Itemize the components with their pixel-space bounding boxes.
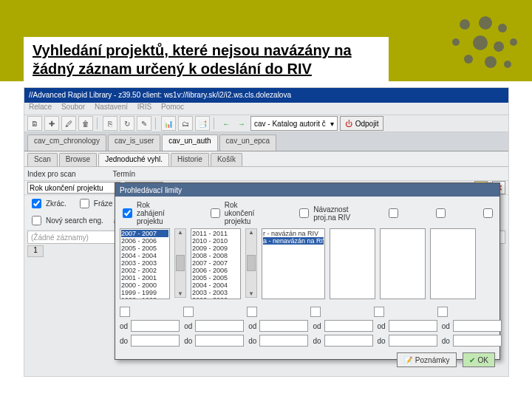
main-tabs: cav_cm_chronology cav_is_user cav_un_aut… xyxy=(24,132,508,151)
from-input-5[interactable] xyxy=(389,320,437,332)
to-label-6: do xyxy=(442,337,450,345)
to-label-4: do xyxy=(313,337,321,345)
inner-tabs: Scan Browse Jednoduché vyhl. Historie Ko… xyxy=(24,151,508,167)
app-window: //Advanced Rapid Library - z39.50 client… xyxy=(24,87,509,377)
decorative-dots xyxy=(452,16,519,75)
from-label-6: od xyxy=(442,322,450,330)
slide-title: Vyhledání projektů, které nejsou navázán… xyxy=(33,41,380,78)
notes-button[interactable]: 📝Poznámky xyxy=(397,352,457,367)
filter-start-year[interactable]: Rok zahájení projektu xyxy=(120,201,175,225)
cb-e3[interactable] xyxy=(247,307,257,317)
toolbar-icon-4[interactable]: 🗑 xyxy=(78,116,93,131)
scan-header-row: Index pro scan Termín xyxy=(24,167,508,181)
tab-simple-search[interactable]: Jednoduché vyhl. xyxy=(98,153,169,166)
to-input-6[interactable] xyxy=(453,335,502,347)
filter-lists: 2007 - 20072006 - 20062005 - 20052004 - … xyxy=(120,228,495,299)
tab-unepca[interactable]: cav_un_epca xyxy=(219,134,277,151)
range-from-row: od od od od od od xyxy=(120,320,495,332)
toolbar-icon-2[interactable]: ✚ xyxy=(44,116,59,131)
to-input-2[interactable] xyxy=(195,335,244,347)
list-start-year[interactable]: 2007 - 20072006 - 20062005 - 20052004 - … xyxy=(120,228,170,299)
scrollbar-2[interactable]: ▲▼ xyxy=(245,228,257,298)
toolbar-icon-10[interactable]: 📑 xyxy=(195,116,210,131)
filter-checkboxes: Rok zahájení projektu Rok ukončení proje… xyxy=(120,201,495,225)
to-label-5: do xyxy=(378,337,386,345)
list-empty-5[interactable] xyxy=(380,228,426,299)
list-empty-4[interactable] xyxy=(330,228,375,299)
from-label-4: od xyxy=(313,322,321,330)
from-input-4[interactable] xyxy=(324,320,373,332)
menu-nastaveni[interactable]: Nastavení xyxy=(95,103,128,111)
from-input-3[interactable] xyxy=(259,320,308,332)
filter-riv-link[interactable]: Návaznost proj.na RIV xyxy=(296,201,353,225)
opt-trunc[interactable]: Zkrác. xyxy=(29,197,66,211)
from-input-2[interactable] xyxy=(195,320,244,332)
to-input-4[interactable] xyxy=(324,335,373,347)
from-label-1: od xyxy=(120,322,128,330)
from-label-3: od xyxy=(248,322,256,330)
toolbar-icon-1[interactable]: 🗎 xyxy=(27,116,42,131)
list-end-year[interactable]: 2011 - 20112010 - 20102009 - 20092008 - … xyxy=(191,228,241,299)
nav-back-icon[interactable]: ← xyxy=(219,117,233,130)
dialog-titlebar[interactable]: Prohledávací limity xyxy=(115,183,499,197)
opt-newengine[interactable]: Nový search eng. xyxy=(29,214,103,228)
tab-history[interactable]: Historie xyxy=(171,153,209,166)
to-input-3[interactable] xyxy=(259,335,308,347)
slide-title-box: Vyhledání projektů, které nejsou navázán… xyxy=(24,37,389,86)
window-titlebar: //Advanced Rapid Library - z39.50 client… xyxy=(24,88,508,103)
to-input-5[interactable] xyxy=(389,335,437,347)
opt-phrase[interactable]: Fráze xyxy=(77,197,113,211)
filter-empty-5[interactable] xyxy=(433,201,448,225)
menu-soubor[interactable]: Soubor xyxy=(61,103,85,111)
cb-e1[interactable] xyxy=(120,307,130,317)
disconnect-button[interactable]: ⏻Odpojit xyxy=(340,116,384,131)
filter-empty-6[interactable] xyxy=(480,201,495,225)
cb-e5[interactable] xyxy=(374,307,384,317)
nav-forward-icon[interactable]: → xyxy=(235,117,248,130)
scan-index-input[interactable] xyxy=(27,182,120,194)
toolbar-icon-9[interactable]: 🗂 xyxy=(178,116,193,131)
to-label-2: do xyxy=(184,337,192,345)
list-empty-6[interactable] xyxy=(430,228,476,299)
tab-chronology[interactable]: cav_cm_chronology xyxy=(27,134,106,151)
menu-iris[interactable]: IRIS xyxy=(137,103,151,111)
toolbar-icon-8[interactable]: 📊 xyxy=(161,116,176,131)
menu-pomoc[interactable]: Pomoc xyxy=(161,103,184,111)
toolbar-icon-7[interactable]: ✎ xyxy=(137,116,151,131)
menu-relace[interactable]: Relace xyxy=(29,103,52,111)
tab-basket[interactable]: Košík xyxy=(211,153,242,166)
cb-e2[interactable] xyxy=(183,307,194,317)
toolbar-icon-5[interactable]: ⎘ xyxy=(103,116,117,131)
cb-e6[interactable] xyxy=(437,307,448,317)
menu-bar: Relace Soubor Nastavení IRIS Pomoc xyxy=(24,103,508,115)
page-number: 1 xyxy=(27,245,44,257)
to-label-3: do xyxy=(248,337,256,345)
scan-index-label: Index pro scan xyxy=(27,170,76,178)
scan-term-label: Termín xyxy=(113,170,136,178)
tab-isuser[interactable]: cav_is_user xyxy=(108,134,160,151)
tab-browse[interactable]: Browse xyxy=(59,153,97,166)
from-input-1[interactable] xyxy=(131,320,180,332)
from-label-5: od xyxy=(378,322,386,330)
limits-dialog: Prohledávací limity Rok zahájení projekt… xyxy=(115,183,500,360)
toolbar-icon-6[interactable]: ↻ xyxy=(120,116,134,131)
tab-unauth[interactable]: cav_un_auth xyxy=(162,134,217,151)
tab-scan[interactable]: Scan xyxy=(27,153,58,166)
list-riv-link[interactable]: r - navázán na RIVa - nenavázán na RIV xyxy=(262,228,325,299)
from-label-2: od xyxy=(184,322,192,330)
scrollbar-1[interactable]: ▲▼ xyxy=(174,228,186,298)
filter-end-year[interactable]: Rok ukončení projektu xyxy=(208,201,264,225)
catalog-combo[interactable]: cav - Katalog autorit č▾ xyxy=(250,116,338,131)
cb-e4[interactable] xyxy=(310,307,321,317)
ok-button[interactable]: ✔OK xyxy=(463,352,495,367)
extra-checkbox-row xyxy=(120,307,495,317)
from-input-6[interactable] xyxy=(453,320,502,332)
to-input-1[interactable] xyxy=(131,335,180,347)
range-to-row: do do do do do do xyxy=(120,335,495,347)
toolbar: 🗎 ✚ 🖉 🗑 ⎘ ↻ ✎ 📊 🗂 📑 ← → cav - Katalog au… xyxy=(24,115,508,132)
to-label-1: do xyxy=(120,337,128,345)
toolbar-icon-3[interactable]: 🖉 xyxy=(61,116,76,131)
filter-empty-4[interactable] xyxy=(386,201,400,225)
